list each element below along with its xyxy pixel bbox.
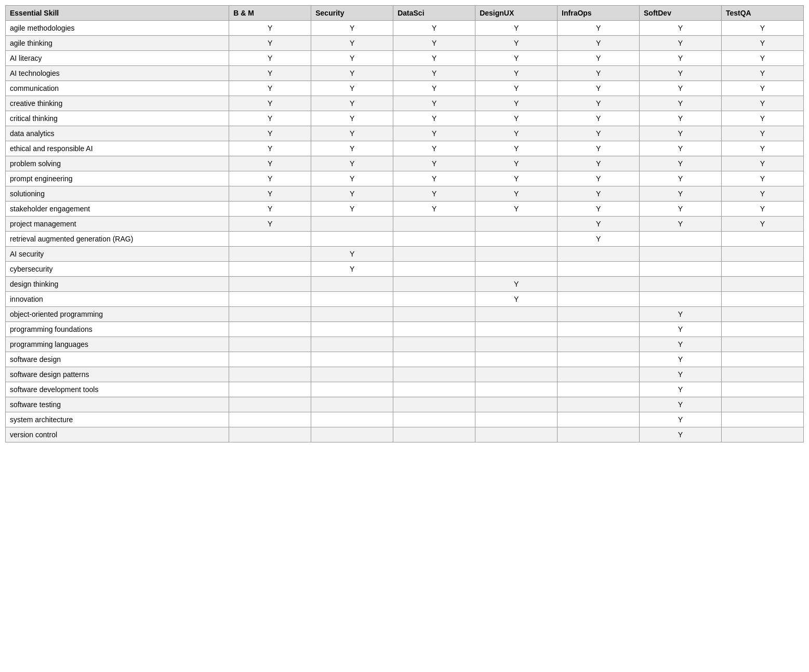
designux-cell bbox=[475, 307, 558, 322]
softdev-cell: Y bbox=[640, 307, 722, 322]
security-cell: Y bbox=[311, 247, 393, 262]
testqa-cell: Y bbox=[721, 217, 803, 232]
bm-cell bbox=[229, 277, 311, 292]
table-row: system architectureY bbox=[6, 412, 804, 427]
skill-cell: creative thinking bbox=[6, 96, 229, 111]
infraops-cell: Y bbox=[558, 201, 640, 217]
designux-cell bbox=[475, 262, 558, 277]
skill-cell: AI literacy bbox=[6, 51, 229, 66]
designux-cell bbox=[475, 322, 558, 337]
datasci-cell: Y bbox=[393, 96, 475, 111]
datasci-cell bbox=[393, 247, 475, 262]
security-cell: Y bbox=[311, 186, 393, 201]
bm-cell bbox=[229, 367, 311, 382]
bm-cell bbox=[229, 337, 311, 352]
datasci-cell: Y bbox=[393, 171, 475, 186]
softdev-cell: Y bbox=[640, 81, 722, 96]
testqa-cell bbox=[721, 337, 803, 352]
testqa-cell bbox=[721, 232, 803, 247]
testqa-cell bbox=[721, 247, 803, 262]
bm-cell bbox=[229, 322, 311, 337]
datasci-cell bbox=[393, 322, 475, 337]
testqa-cell bbox=[721, 262, 803, 277]
softdev-cell bbox=[640, 262, 722, 277]
header-skill: Essential Skill bbox=[6, 6, 229, 21]
security-cell: Y bbox=[311, 141, 393, 156]
security-cell bbox=[311, 412, 393, 427]
softdev-cell: Y bbox=[640, 96, 722, 111]
testqa-cell: Y bbox=[721, 36, 803, 51]
datasci-cell bbox=[393, 397, 475, 412]
skill-cell: version control bbox=[6, 427, 229, 442]
table-row: agile thinkingYYYYYYY bbox=[6, 36, 804, 51]
security-cell bbox=[311, 277, 393, 292]
datasci-cell bbox=[393, 337, 475, 352]
datasci-cell: Y bbox=[393, 51, 475, 66]
datasci-cell bbox=[393, 307, 475, 322]
bm-cell bbox=[229, 292, 311, 307]
skill-cell: problem solving bbox=[6, 156, 229, 171]
bm-cell: Y bbox=[229, 201, 311, 217]
security-cell: Y bbox=[311, 81, 393, 96]
bm-cell bbox=[229, 427, 311, 442]
infraops-cell: Y bbox=[558, 156, 640, 171]
bm-cell: Y bbox=[229, 186, 311, 201]
table-row: programming languagesY bbox=[6, 337, 804, 352]
skill-cell: communication bbox=[6, 81, 229, 96]
infraops-cell: Y bbox=[558, 232, 640, 247]
skill-cell: system architecture bbox=[6, 412, 229, 427]
softdev-cell: Y bbox=[640, 66, 722, 81]
datasci-cell: Y bbox=[393, 36, 475, 51]
infraops-cell: Y bbox=[558, 111, 640, 126]
datasci-cell bbox=[393, 367, 475, 382]
skill-cell: cybersecurity bbox=[6, 262, 229, 277]
security-cell: Y bbox=[311, 111, 393, 126]
testqa-cell: Y bbox=[721, 156, 803, 171]
softdev-cell: Y bbox=[640, 397, 722, 412]
designux-cell: Y bbox=[475, 51, 558, 66]
softdev-cell: Y bbox=[640, 412, 722, 427]
designux-cell: Y bbox=[475, 126, 558, 141]
header-bm: B & M bbox=[229, 6, 311, 21]
designux-cell bbox=[475, 397, 558, 412]
security-cell bbox=[311, 292, 393, 307]
bm-cell bbox=[229, 397, 311, 412]
designux-cell: Y bbox=[475, 277, 558, 292]
bm-cell: Y bbox=[229, 36, 311, 51]
bm-cell bbox=[229, 247, 311, 262]
datasci-cell: Y bbox=[393, 66, 475, 81]
infraops-cell: Y bbox=[558, 141, 640, 156]
header-infraops: InfraOps bbox=[558, 6, 640, 21]
security-cell: Y bbox=[311, 126, 393, 141]
table-row: cybersecurityY bbox=[6, 262, 804, 277]
table-row: object-oriented programmingY bbox=[6, 307, 804, 322]
softdev-cell: Y bbox=[640, 186, 722, 201]
testqa-cell bbox=[721, 382, 803, 397]
designux-cell: Y bbox=[475, 186, 558, 201]
designux-cell bbox=[475, 352, 558, 367]
softdev-cell: Y bbox=[640, 36, 722, 51]
designux-cell: Y bbox=[475, 141, 558, 156]
testqa-cell bbox=[721, 397, 803, 412]
designux-cell bbox=[475, 412, 558, 427]
bm-cell: Y bbox=[229, 171, 311, 186]
infraops-cell: Y bbox=[558, 81, 640, 96]
testqa-cell: Y bbox=[721, 66, 803, 81]
designux-cell: Y bbox=[475, 66, 558, 81]
infraops-cell: Y bbox=[558, 171, 640, 186]
softdev-cell: Y bbox=[640, 427, 722, 442]
table-row: solutioningYYYYYYY bbox=[6, 186, 804, 201]
datasci-cell: Y bbox=[393, 186, 475, 201]
testqa-cell: Y bbox=[721, 201, 803, 217]
table-row: software designY bbox=[6, 352, 804, 367]
infraops-cell bbox=[558, 427, 640, 442]
testqa-cell: Y bbox=[721, 141, 803, 156]
security-cell bbox=[311, 217, 393, 232]
designux-cell bbox=[475, 232, 558, 247]
testqa-cell: Y bbox=[721, 96, 803, 111]
softdev-cell: Y bbox=[640, 171, 722, 186]
testqa-cell bbox=[721, 352, 803, 367]
table-row: critical thinkingYYYYYYY bbox=[6, 111, 804, 126]
softdev-cell: Y bbox=[640, 322, 722, 337]
table-row: AI literacyYYYYYYY bbox=[6, 51, 804, 66]
